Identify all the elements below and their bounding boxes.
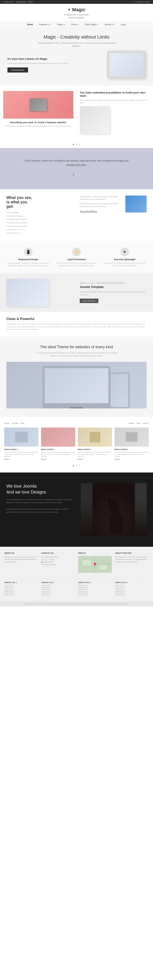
- footer-link-4-1[interactable]: sample link 01: [115, 584, 149, 586]
- portfolio-title-1: Demo Article 1: [4, 448, 39, 450]
- lavender-dot-2[interactable]: [76, 174, 77, 176]
- nav-item-joomla[interactable]: Joomla 3: [103, 23, 115, 26]
- footer-link-2-6[interactable]: sample link 06: [41, 594, 75, 596]
- top-bar: Create Form Typography News 📞 +1 555 123…: [0, 0, 153, 4]
- topbar-link-create[interactable]: Create Form: [3, 1, 14, 3]
- feature1-title: Everything you need, to create a fantast…: [3, 121, 73, 124]
- footer-link-2-5[interactable]: sample link 05: [41, 592, 75, 594]
- footer-link-1-1[interactable]: sample link 01: [4, 584, 38, 586]
- portfolio-nav-gallery[interactable]: Gallery: [128, 422, 135, 424]
- responsive-icon: 📱: [24, 248, 32, 256]
- topbar-link-news[interactable]: News: [28, 1, 33, 3]
- footer-link-1-3[interactable]: sample link 03: [4, 588, 38, 590]
- portfolio-title-2: Demo Article 2: [41, 448, 75, 450]
- portfolio-dot-1[interactable]: [73, 465, 74, 466]
- portfolio-nav-blog[interactable]: Blog: [21, 422, 24, 424]
- footer-col-about: About Us Sed ut perspiciatis unde omnis …: [4, 552, 38, 574]
- hero-section: Magic - Creativity without Limits Simple…: [0, 28, 153, 86]
- feature-usb: Everything you need, to create a fantast…: [0, 86, 77, 140]
- hero-description: Simple yet flexible HTML, CSS based and …: [34, 41, 119, 48]
- lavender-section: Each decision, where the conditions are …: [0, 148, 153, 189]
- hero-download-button[interactable]: Download Now: [7, 67, 28, 73]
- portfolio-grid: Demo Article 1 Lorem ipsum dolor sit ame…: [4, 428, 149, 460]
- portfolio-nav-home[interactable]: Home: [4, 422, 10, 424]
- portfolio-thumb-4: [114, 428, 149, 447]
- portfolio-nav-search[interactable]: Search: [143, 422, 149, 424]
- footer-link-1-5[interactable]: sample link 05: [4, 592, 38, 594]
- footer-link-3-6[interactable]: sample link 06: [78, 594, 112, 596]
- dot-3[interactable]: [79, 144, 80, 145]
- logo-container[interactable]: ✦ Magic: [4, 7, 149, 13]
- footer-link-1-2[interactable]: sample link 02: [4, 586, 38, 588]
- footer-link-4-5[interactable]: sample link 05: [115, 592, 149, 594]
- portfolio-thumb-3: [78, 428, 112, 447]
- footer-link-1-6[interactable]: sample link 06: [4, 594, 38, 596]
- footer-bottom-col1-title: Sample Col 1: [4, 582, 38, 584]
- nav-item-pages[interactable]: Pages: [56, 23, 66, 26]
- dark-desc1: Sed ut perspiciatis unde omnis iste natu…: [6, 498, 72, 504]
- nav-item-colors[interactable]: Colors: [70, 23, 80, 26]
- dot-2[interactable]: [76, 144, 77, 145]
- dot-1[interactable]: [73, 144, 74, 145]
- map-svg: [78, 556, 112, 573]
- footer-map-widget[interactable]: [78, 556, 112, 573]
- col-fast-title: Fast and Lightweight: [103, 258, 147, 261]
- portfolio-dot-2[interactable]: [76, 465, 77, 466]
- footer-bottom-list-3: sample link 01 sample link 02 sample lin…: [78, 584, 112, 596]
- list-item-4: ✦ Sample Content included: [6, 221, 73, 224]
- techniques-icon: ⚡: [72, 248, 81, 256]
- nav-item-extra[interactable]: Extra Pages: [84, 23, 99, 26]
- footer-link-4-2[interactable]: sample link 02: [115, 586, 149, 588]
- nav-item-features[interactable]: Features 1: [38, 23, 52, 26]
- top-bar-right: 📞 +1 555 123 4567: [133, 1, 150, 3]
- laptop-base: [70, 407, 83, 409]
- footer-link-4-3[interactable]: sample link 03: [115, 588, 149, 590]
- footer-link-2-3[interactable]: sample link 03: [41, 588, 75, 590]
- clean-title: Clean & Powerful: [6, 317, 147, 321]
- footer-link-4-4[interactable]: sample link 04: [115, 590, 149, 592]
- footer-copyright: Copyright © 2016 Magic Joomla Template A…: [0, 601, 153, 606]
- nav-item-home[interactable]: Home: [26, 23, 34, 26]
- col-fast-desc: Magic loads really fast because we focus…: [103, 262, 147, 267]
- topbar-link-typography[interactable]: Typography: [16, 1, 26, 3]
- footer-link-3-5[interactable]: sample link 05: [78, 592, 112, 594]
- footer-link-3-3[interactable]: sample link 03: [78, 588, 112, 590]
- features-row: Everything you need, to create a fantast…: [0, 86, 153, 140]
- footer-link-2-1[interactable]: sample link 01: [41, 584, 75, 586]
- lavender-dot-3[interactable]: [79, 174, 80, 176]
- feature-usb-image: [3, 91, 73, 119]
- laptop-mockup: [6, 279, 49, 307]
- feature2-title: You have unlimited possibilities to buil…: [80, 91, 150, 97]
- what-image: [126, 196, 147, 213]
- footer-about-title: About Us: [4, 552, 38, 554]
- portfolio-nav: Home Portfolio Blog Gallery Tags Search: [4, 422, 149, 424]
- footer-link-4-6[interactable]: sample link 06: [115, 594, 149, 596]
- what-section: What you see, is what you get! ✦ The Tem…: [0, 189, 153, 241]
- footer-link-3-4[interactable]: sample link 04: [78, 590, 112, 592]
- footer-link-3-2[interactable]: sample link 02: [78, 586, 112, 588]
- portfolio-dot-3[interactable]: [79, 465, 80, 466]
- footer-bottom: Sample Col 1 sample link 01 sample link …: [4, 579, 149, 596]
- magic-more-button[interactable]: More information: [80, 299, 98, 303]
- footer-site-title: About This Site: [115, 552, 149, 554]
- hero-text: It's more then a theme, It's Magic Lorem…: [7, 57, 73, 73]
- footer-bottom-col-2: Sample Col 2 sample link 01 sample link …: [41, 582, 75, 596]
- dog-image: [81, 483, 147, 536]
- svg-point-8: [94, 563, 96, 565]
- footer-link-2-2[interactable]: sample link 02: [41, 586, 75, 588]
- nav-item-login[interactable]: Login: [120, 23, 127, 26]
- footer-contact-details: Your Street Address Here Your City, ST 0…: [41, 556, 75, 566]
- lavender-dot-1[interactable]: [73, 174, 74, 176]
- portfolio-nav-tags[interactable]: Tags: [137, 422, 140, 424]
- footer-address: Your Street Address Here: [41, 556, 75, 558]
- portfolio-thumb-1: [4, 428, 39, 447]
- footer-link-2-4[interactable]: sample link 04: [41, 590, 75, 592]
- footer-link-1-4[interactable]: sample link 04: [4, 590, 38, 592]
- thumb-img-3: [78, 428, 112, 447]
- portfolio-item-2: Demo Article 2 Lorem ipsum dolor sit ame…: [41, 428, 75, 460]
- portfolio-desc-3: Lorem ipsum dolor sit amet, consectetur …: [78, 451, 112, 457]
- list-item-6: ✦ For Joomla 2.5 & 3.x: [6, 228, 73, 231]
- portfolio-nav-portfolio[interactable]: Portfolio: [11, 422, 18, 424]
- footer-top: About Us Sed ut perspiciatis unde omnis …: [4, 552, 149, 574]
- footer-link-3-1[interactable]: sample link 01: [78, 584, 112, 586]
